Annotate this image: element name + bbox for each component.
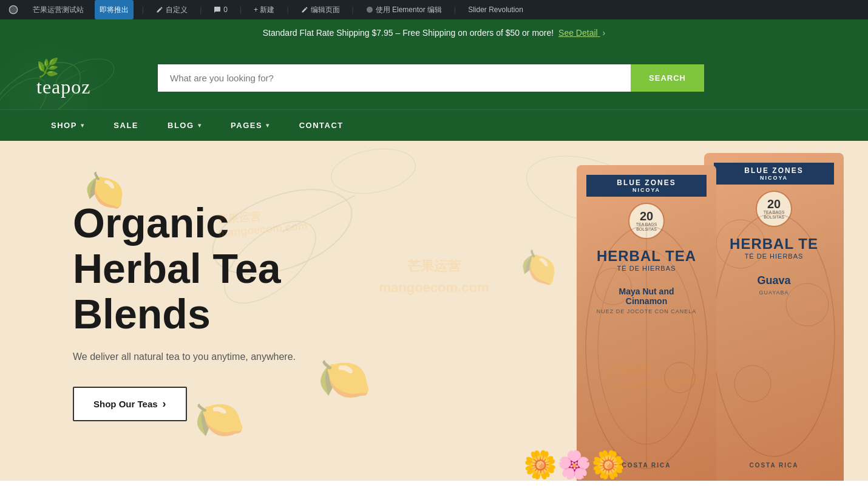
nav-item-pages[interactable]: PAGES ▾ [216,110,285,141]
divider-6: | [454,5,456,14]
shipping-link[interactable]: See Detail [558,28,600,38]
hero-title: Organic Herbal Tea Blends [73,200,352,336]
package-2-origin: COSTA RICA [749,462,798,469]
admin-coming-soon[interactable]: 即将推出 [95,0,134,19]
tea-package-1: BLUE ZONES NICOYA 20 TEA BAGSBOLSITAS HE… [577,165,716,481]
shop-teas-label: Shop Our Teas [93,399,158,409]
site-header: 🌿 teapoz SEARCH [0,46,868,109]
admin-new[interactable]: + 新建 [250,0,278,19]
svg-point-2 [0,49,90,109]
search-button[interactable]: SEARCH [631,64,704,92]
shop-teas-button[interactable]: Shop Our Teas › [73,387,187,421]
admin-elementor[interactable]: 使用 Elementor 编辑 [362,0,446,19]
divider-2: | [200,5,202,14]
admin-customize[interactable]: 自定义 [152,0,191,19]
hero-section: 🍋 🍋 🍋 🍋 Organic Herbal Tea Blends We del… [0,141,868,481]
hero-product-images: BLUE ZONES NICOYA 20 TEA BAGSBOLSITAS HE… [391,141,869,481]
package-1-main-label: HERBAL TEA TÉ DE HIERBAS [597,248,696,272]
shipping-banner: Standard Flat Rate Shipping $7.95 – Free… [0,19,868,46]
admin-comments[interactable]: 0 [210,0,231,19]
package-2-decoration [704,153,844,481]
admin-site-name[interactable]: 芒果运营测试站 [29,0,87,19]
shipping-arrow: › [603,28,606,38]
admin-wp-logo[interactable] [5,0,22,19]
site-navigation: SHOP ▾ SALE BLOG ▾ PAGES ▾ CONTACT [0,109,868,141]
divider-1: | [142,5,144,14]
nav-item-blog[interactable]: BLOG ▾ [153,110,216,141]
admin-edit-page[interactable]: 编辑页面 [297,0,344,19]
nav-item-shop[interactable]: SHOP ▾ [36,110,99,141]
admin-slider[interactable]: Slider Revolution [464,0,527,19]
package-2-main-label: HERBAL TE TÉ DE HIERBAS [730,236,818,260]
pages-dropdown-arrow: ▾ [266,122,270,129]
admin-bar: 芒果运营测试站 即将推出 | 自定义 | 0 | + 新建 | 编辑页面 | 使… [0,0,868,19]
package-1-flavor: Maya Nut andCinnamon [619,287,674,306]
svg-point-5 [51,52,118,101]
svg-point-19 [734,365,771,402]
divider-4: | [287,5,288,14]
package-2-flavor-sub: GUAYABA [759,290,788,296]
shipping-text: Standard Flat Rate Shipping $7.95 – Free… [263,28,554,38]
divider-5: | [352,5,354,14]
svg-point-1 [367,7,373,13]
shop-dropdown-arrow: ▾ [81,122,85,129]
package-1-origin: COSTA RICA [622,462,671,469]
blog-dropdown-arrow: ▾ [198,122,202,129]
shop-teas-arrow: › [163,398,166,410]
hero-subtitle: We deliver all natural tea to you anytim… [73,351,352,362]
leaf-decoration-left [0,46,194,109]
search-input[interactable] [158,64,631,92]
divider-3: | [240,5,242,14]
package-1-decoration [577,165,716,481]
package-1-flavor-sub: NUEZ DE JOCOTE CON CANELA [597,308,697,314]
hero-content: Organic Herbal Tea Blends We deliver all… [0,164,425,457]
package-1-sub-label: TÉ DE HIERBAS [597,265,696,272]
nav-item-sale[interactable]: SALE [99,110,153,141]
nav-item-contact[interactable]: CONTACT [285,110,358,141]
svg-point-18 [786,283,829,326]
package-2-sub-label: TÉ DE HIERBAS [730,253,818,260]
search-bar: SEARCH [158,64,704,92]
tea-package-2: BLUE ZONES NICOYA 20 TEA BAGSBOLSITAS HE… [704,153,844,481]
svg-point-15 [665,362,695,393]
package-2-flavor: Guava [757,274,790,287]
